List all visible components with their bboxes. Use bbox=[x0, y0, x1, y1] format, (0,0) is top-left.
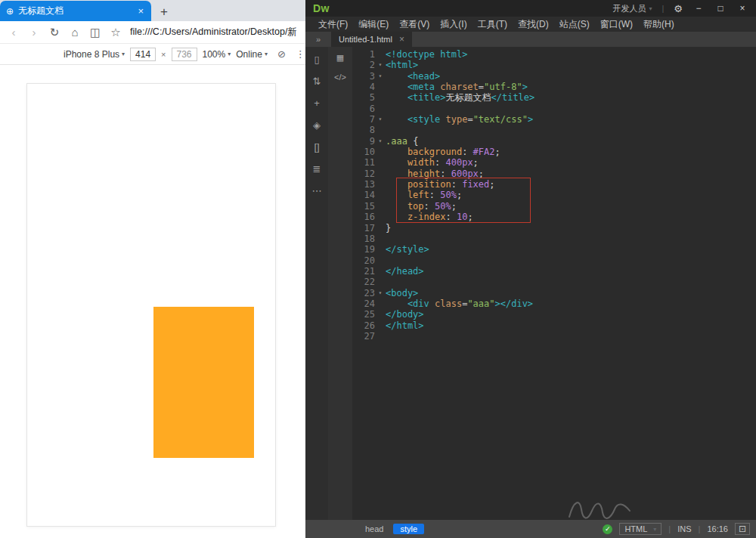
no-throttling-icon[interactable]: ⊘ bbox=[277, 48, 286, 60]
maximize-button[interactable]: □ bbox=[714, 3, 727, 14]
more-tools-icon[interactable]: ⋯ bbox=[312, 186, 322, 196]
close-button[interactable]: × bbox=[736, 3, 748, 14]
code-line-21[interactable]: 21</head> bbox=[352, 266, 756, 277]
device-width-input[interactable] bbox=[130, 48, 156, 61]
sort-icon[interactable]: ⇅ bbox=[313, 76, 321, 87]
code-line-25[interactable]: 25</body> bbox=[352, 309, 756, 320]
line-number: 25 bbox=[352, 309, 375, 320]
status-tag-head[interactable]: head bbox=[358, 524, 390, 534]
screen: ⊕ 无标题文档 × + ‹ › ↻ ⌂ ◫ ☆ file:///C:/Users… bbox=[0, 0, 756, 538]
menu-item-1[interactable]: 编辑(E) bbox=[353, 18, 394, 31]
code-text: z-index: 10; bbox=[386, 212, 473, 222]
status-tag-style[interactable]: style bbox=[393, 524, 424, 534]
code-text: </head> bbox=[386, 266, 424, 277]
new-document-icon[interactable]: ▯ bbox=[314, 54, 319, 65]
panel-overflow-icon[interactable]: » bbox=[305, 32, 331, 47]
menu-item-6[interactable]: 站点(S) bbox=[554, 18, 595, 31]
code-line-26[interactable]: 26</html> bbox=[352, 320, 756, 331]
browser-tab[interactable]: ⊕ 无标题文档 × bbox=[0, 1, 151, 21]
line-number: 23 bbox=[352, 288, 375, 298]
code-text: <div class="aaa"></div> bbox=[386, 298, 533, 309]
code-line-10[interactable]: 10 background: #FA2; bbox=[352, 147, 756, 157]
back-icon[interactable]: ‹ bbox=[5, 26, 23, 39]
menu-item-5[interactable]: 查找(D) bbox=[513, 18, 554, 31]
code-line-17[interactable]: 17} bbox=[352, 223, 756, 233]
forward-icon[interactable]: › bbox=[25, 26, 43, 39]
tab-close-icon[interactable]: × bbox=[136, 5, 145, 17]
code-line-1[interactable]: 1<!doctype html> bbox=[352, 49, 756, 60]
snippets-panel-icon[interactable]: </> bbox=[334, 72, 346, 82]
code-line-18[interactable]: 18 bbox=[352, 233, 756, 244]
code-line-20[interactable]: 20 bbox=[352, 255, 756, 266]
code-line-19[interactable]: 19</style> bbox=[352, 244, 756, 255]
code-line-2[interactable]: 2▾<html> bbox=[352, 60, 756, 70]
device-name: iPhone 8 Plus bbox=[64, 49, 119, 60]
code-line-7[interactable]: 7▾ <style type="text/css"> bbox=[352, 114, 756, 125]
line-number: 24 bbox=[352, 298, 375, 309]
selection-icon[interactable]: [] bbox=[314, 142, 319, 153]
reading-mode-icon[interactable]: ◫ bbox=[86, 26, 104, 39]
document-tab-close-icon[interactable]: × bbox=[399, 34, 404, 45]
home-icon[interactable]: ⌂ bbox=[66, 26, 84, 39]
style-brush-icon[interactable]: ◈ bbox=[313, 120, 321, 131]
code-line-16[interactable]: 16 z-index: 10; bbox=[352, 212, 756, 222]
browser-nav-bar: ‹ › ↻ ⌂ ◫ ☆ file:///C:/Users/Administrat… bbox=[0, 21, 305, 44]
code-line-27[interactable]: 27 bbox=[352, 331, 756, 342]
code-line-9[interactable]: 9▾.aaa { bbox=[352, 136, 756, 147]
code-line-23[interactable]: 23▾<body> bbox=[352, 288, 756, 298]
fold-spacer bbox=[375, 201, 386, 212]
realtime-preview-icon[interactable]: ⊡ bbox=[735, 523, 750, 535]
menu-item-7[interactable]: 窗口(W) bbox=[595, 18, 638, 31]
code-line-11[interactable]: 11 width: 400px; bbox=[352, 157, 756, 168]
code-line-4[interactable]: 4 <meta charset="utf-8"> bbox=[352, 82, 756, 92]
fold-spacer bbox=[375, 255, 386, 266]
code-line-13[interactable]: 13 position: fixed; bbox=[352, 179, 756, 190]
code-editor[interactable]: 1<!doctype html>2▾<html>3▾ <head>4 <meta… bbox=[352, 47, 756, 520]
fold-arrow-icon[interactable]: ▾ bbox=[375, 136, 386, 147]
zoom-selector[interactable]: 100% ▾ bbox=[203, 49, 231, 60]
code-line-8[interactable]: 8 bbox=[352, 125, 756, 135]
fold-arrow-icon[interactable]: ▾ bbox=[375, 288, 386, 298]
line-number: 27 bbox=[352, 331, 375, 342]
emulated-page bbox=[26, 83, 276, 527]
reload-icon[interactable]: ↻ bbox=[45, 26, 64, 39]
fold-arrow-icon[interactable]: ▾ bbox=[375, 71, 386, 82]
device-selector[interactable]: iPhone 8 Plus ▾ bbox=[64, 49, 125, 60]
workspace-switcher[interactable]: 开发人员 ▾ bbox=[612, 3, 652, 14]
code-line-5[interactable]: 5 <title>无标题文档</title> bbox=[352, 92, 756, 103]
line-number: 12 bbox=[352, 169, 375, 179]
address-bar[interactable]: file:///C:/Users/Administrator/Desktop/新 bbox=[130, 26, 301, 39]
doc-type-select[interactable]: HTML ▾ bbox=[619, 523, 662, 535]
minimize-button[interactable]: − bbox=[692, 3, 705, 14]
insert-icon[interactable]: + bbox=[314, 98, 320, 109]
menu-item-3[interactable]: 插入(I) bbox=[435, 18, 472, 31]
menu-item-2[interactable]: 查看(V) bbox=[394, 18, 435, 31]
document-tab[interactable]: Untitled-1.html × bbox=[331, 32, 412, 47]
code-text: <title>无标题文档</title> bbox=[386, 92, 534, 103]
fold-arrow-icon[interactable]: ▾ bbox=[375, 114, 386, 125]
network-selector[interactable]: Online ▾ bbox=[236, 49, 268, 60]
code-line-22[interactable]: 22 bbox=[352, 277, 756, 287]
cursor-position: 16:16 bbox=[707, 524, 728, 533]
code-line-15[interactable]: 15 top: 50%; bbox=[352, 201, 756, 212]
layers-icon[interactable]: ≣ bbox=[313, 164, 321, 175]
menu-item-0[interactable]: 文件(F) bbox=[313, 18, 353, 31]
code-line-3[interactable]: 3▾ <head> bbox=[352, 71, 756, 82]
fold-arrow-icon[interactable]: ▾ bbox=[375, 60, 386, 70]
code-line-12[interactable]: 12 height: 600px; bbox=[352, 169, 756, 179]
dimension-separator: × bbox=[161, 50, 166, 59]
code-line-6[interactable]: 6 bbox=[352, 104, 756, 114]
menu-item-8[interactable]: 帮助(H) bbox=[638, 18, 680, 31]
device-height-input[interactable] bbox=[172, 48, 197, 61]
code-line-24[interactable]: 24 <div class="aaa"></div> bbox=[352, 298, 756, 309]
more-options-icon[interactable]: ⋮ bbox=[296, 48, 305, 60]
new-tab-button[interactable]: + bbox=[160, 5, 168, 18]
dom-panel-icon[interactable]: ▦ bbox=[336, 52, 344, 63]
browser-viewport bbox=[0, 65, 305, 538]
gear-icon[interactable]: ⚙ bbox=[674, 3, 683, 14]
line-number: 13 bbox=[352, 179, 375, 190]
menu-item-4[interactable]: 工具(T) bbox=[472, 18, 513, 31]
bookmark-star-icon[interactable]: ☆ bbox=[107, 26, 125, 39]
code-line-14[interactable]: 14 left: 50%; bbox=[352, 190, 756, 200]
line-number: 15 bbox=[352, 201, 375, 212]
